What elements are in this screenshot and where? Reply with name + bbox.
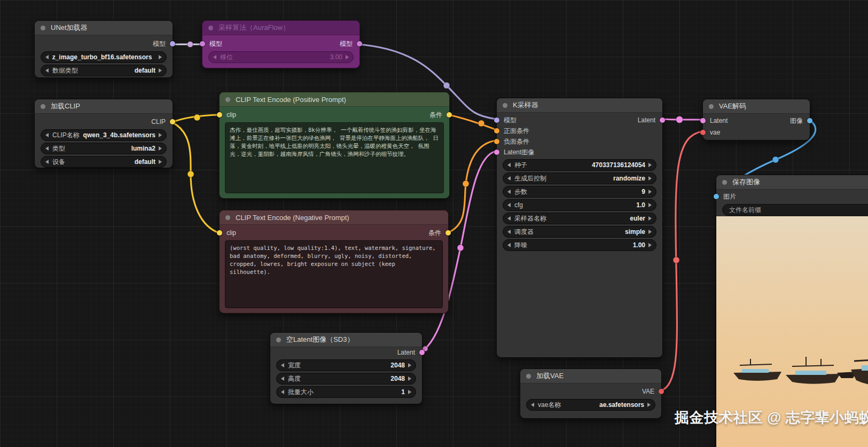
port-image-input[interactable] (714, 194, 719, 199)
node-title-bar[interactable]: CLIP Text Encode (Negative Prompt) (220, 210, 448, 225)
node-title-bar[interactable]: 加载VAE (520, 369, 661, 383)
arrow-left-icon[interactable] (507, 230, 511, 234)
unet-name-widget[interactable]: z_image_turbo_bf16.safetensors (41, 51, 167, 63)
node-load-clip[interactable]: 加载CLIP CLIP CLIP名称 qwen_3_4b.safetensors… (34, 99, 173, 168)
arrow-left-icon[interactable] (281, 377, 284, 381)
collapse-dot-icon[interactable] (41, 26, 45, 30)
arrow-right-icon[interactable] (408, 377, 411, 381)
port-image-output[interactable] (807, 118, 812, 123)
arrow-right-icon[interactable] (159, 68, 162, 73)
node-aura-flow-sampling[interactable]: 采样算法（AuraFlow） 模型 模型 移位 3.00 (202, 20, 360, 68)
arrow-left-icon[interactable] (45, 160, 49, 164)
control-after-generate-widget[interactable]: 生成后控制 randomize (503, 172, 656, 184)
arrow-right-icon[interactable] (346, 55, 349, 59)
scheduler-widget[interactable]: 调度器 simple (503, 226, 656, 238)
steps-widget[interactable]: 步数 9 (503, 186, 656, 198)
height-widget[interactable]: 高度 2048 (276, 373, 416, 385)
arrow-left-icon[interactable] (213, 55, 216, 59)
collapse-dot-icon[interactable] (225, 215, 230, 220)
collapse-dot-icon[interactable] (526, 374, 531, 379)
arrow-left-icon[interactable] (281, 390, 284, 394)
node-title-bar[interactable]: CLIP Text Encode (Positive Prompt) (220, 92, 449, 107)
port-model-input[interactable] (200, 41, 205, 46)
arrow-right-icon[interactable] (648, 216, 652, 221)
node-unet-loader[interactable]: UNet加载器 模型 z_image_turbo_bf16.safetensor… (34, 20, 173, 78)
arrow-left-icon[interactable] (531, 403, 534, 407)
port-model-output[interactable] (357, 41, 362, 46)
reroute-dot[interactable] (463, 181, 469, 187)
collapse-dot-icon[interactable] (722, 180, 727, 185)
node-title-bar[interactable]: UNet加载器 (35, 21, 173, 35)
reroute-dot[interactable] (194, 114, 200, 121)
node-negative-prompt[interactable]: CLIP Text Encode (Negative Prompt) clip … (219, 210, 449, 313)
device-widget[interactable]: 设备 default (41, 156, 167, 168)
reroute-dot[interactable] (772, 156, 779, 163)
reroute-dot[interactable] (673, 257, 679, 263)
arrow-left-icon[interactable] (45, 133, 49, 137)
cfg-widget[interactable]: cfg 1.0 (503, 199, 656, 211)
arrow-right-icon[interactable] (648, 230, 652, 234)
arrow-right-icon[interactable] (648, 190, 652, 194)
port-vae-input[interactable] (700, 130, 706, 135)
clip-type-widget[interactable]: 类型 lumina2 (41, 143, 167, 154)
reroute-dot[interactable] (187, 171, 194, 177)
arrow-left-icon[interactable] (507, 216, 511, 221)
width-widget[interactable]: 宽度 2048 (276, 359, 416, 371)
node-title-bar[interactable]: 保存图像 (716, 175, 868, 190)
node-ksampler[interactable]: K采样器 模型 Latent 正面条件 负面条件 Latent图像 (496, 98, 663, 358)
arrow-right-icon[interactable] (648, 243, 652, 247)
port-clip-input[interactable] (217, 112, 222, 117)
node-title-bar[interactable]: 加载CLIP (35, 99, 173, 114)
reroute-dot[interactable] (478, 120, 484, 127)
arrow-left-icon[interactable] (45, 68, 49, 73)
collapse-dot-icon[interactable] (503, 103, 507, 108)
port-model-input[interactable] (494, 117, 499, 123)
arrow-right-icon[interactable] (159, 146, 162, 151)
arrow-right-icon[interactable] (159, 55, 162, 59)
collapse-dot-icon[interactable] (208, 26, 213, 30)
positive-prompt-textarea[interactable]: 杰作，最佳画质，超写实摄影，8k分辨率， 一个戴着传统斗笠的渔妇剪影，坐在海滩上… (225, 122, 444, 193)
node-load-vae[interactable]: 加载VAE VAE vae名称 ae.safetensors (520, 368, 662, 419)
port-latent-input[interactable] (700, 118, 706, 123)
port-negative-input[interactable] (494, 139, 499, 144)
arrow-left-icon[interactable] (507, 243, 511, 247)
port-clip-output[interactable] (170, 119, 175, 124)
reroute-dot[interactable] (676, 116, 683, 123)
collapse-dot-icon[interactable] (41, 104, 45, 109)
arrow-left-icon[interactable] (507, 176, 511, 181)
reroute-dot[interactable] (443, 82, 450, 89)
collapse-dot-icon[interactable] (709, 104, 714, 109)
denoise-widget[interactable]: 降噪 1.00 (503, 239, 656, 251)
arrow-left-icon[interactable] (507, 163, 511, 167)
node-empty-latent-sd3[interactable]: 空Latent图像（SD3） Latent 宽度 2048 高度 2048 批 (270, 332, 423, 404)
node-title-bar[interactable]: 空Latent图像（SD3） (270, 333, 422, 347)
port-conditioning-output[interactable] (447, 112, 452, 117)
weight-dtype-widget[interactable]: 数据类型 default (41, 65, 167, 76)
port-latent-output[interactable] (419, 350, 425, 355)
reroute-dot[interactable] (187, 42, 193, 48)
arrow-right-icon[interactable] (648, 163, 652, 167)
arrow-left-icon[interactable] (507, 203, 511, 207)
port-latent-output[interactable] (660, 117, 665, 123)
reroute-dot[interactable] (457, 245, 464, 251)
node-save-image[interactable]: 保存图像 图片 文件名前缀 (716, 175, 868, 447)
port-vae-output[interactable] (659, 389, 664, 394)
sampler-name-widget[interactable]: 采样器名称 euler (503, 213, 656, 224)
batch-size-widget[interactable]: 批量大小 1 (276, 386, 416, 398)
node-title-bar[interactable]: K采样器 (497, 98, 662, 113)
port-latent-input[interactable] (494, 150, 499, 155)
arrow-left-icon[interactable] (45, 55, 49, 59)
arrow-right-icon[interactable] (648, 176, 652, 181)
arrow-right-icon[interactable] (159, 160, 162, 164)
node-vae-decode[interactable]: VAE解码 Latent 图像 vae (702, 99, 810, 140)
arrow-right-icon[interactable] (159, 133, 162, 137)
arrow-left-icon[interactable] (281, 363, 284, 367)
arrow-right-icon[interactable] (408, 363, 411, 367)
shift-widget[interactable]: 移位 3.00 (208, 51, 354, 63)
arrow-right-icon[interactable] (647, 403, 651, 407)
arrow-left-icon[interactable] (45, 146, 49, 151)
clip-name-widget[interactable]: CLIP名称 qwen_3_4b.safetensors (41, 129, 167, 141)
node-title-bar[interactable]: 采样算法（AuraFlow） (202, 21, 359, 35)
port-clip-input[interactable] (217, 230, 222, 236)
port-conditioning-output[interactable] (445, 230, 451, 236)
